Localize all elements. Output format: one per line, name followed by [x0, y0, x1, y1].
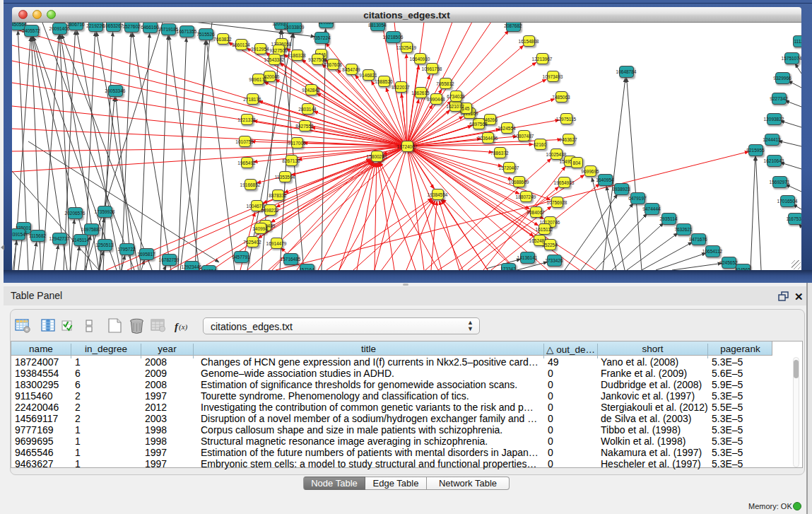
svg-text:(x): (x) [179, 322, 188, 332]
